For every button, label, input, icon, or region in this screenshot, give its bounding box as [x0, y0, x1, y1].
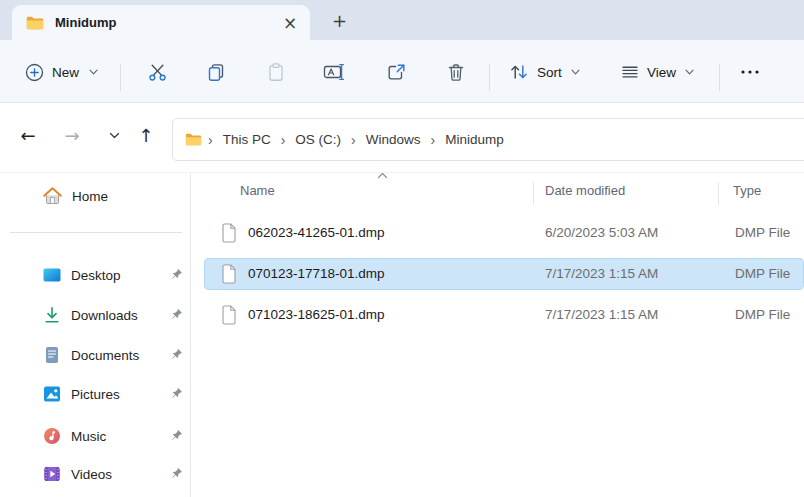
pin-icon — [170, 429, 183, 442]
videos-icon — [42, 464, 62, 484]
copy-icon — [206, 62, 226, 83]
file-date-modified: 7/17/2023 1:15 AM — [545, 307, 658, 322]
command-bar: New — [0, 40, 804, 103]
pin-icon — [170, 308, 183, 321]
sort-ascending-caret-icon — [377, 172, 388, 179]
file-icon — [221, 264, 237, 284]
breadcrumb[interactable]: › This PC › OS (C:) › Windows › Minidump — [172, 118, 804, 161]
ellipsis-icon — [741, 70, 759, 74]
content-divider — [0, 172, 804, 173]
downloads-icon — [42, 305, 62, 325]
address-bar: ← → ↑ › This PC › OS (C:) › Windows › Mi… — [0, 103, 804, 169]
sidebar-item-videos[interactable]: Videos — [4, 457, 186, 491]
column-header-type[interactable]: Type — [733, 183, 761, 198]
breadcrumb-separator[interactable]: › — [427, 132, 440, 148]
chevron-down-icon — [89, 69, 98, 75]
sort-button-label: Sort — [537, 65, 562, 80]
file-name: 070123-17718-01.dmp — [248, 266, 385, 281]
toolbar-divider — [489, 64, 490, 91]
sidebar-item-label: Home — [72, 189, 108, 204]
breadcrumb-item-this-pc[interactable]: This PC — [217, 129, 277, 150]
file-icon — [221, 223, 237, 243]
folder-icon — [185, 133, 202, 146]
toolbar-divider — [719, 64, 720, 91]
trash-icon — [446, 62, 466, 83]
more-options-button[interactable] — [732, 54, 768, 90]
up-button[interactable]: ↑ — [130, 119, 162, 151]
file-type: DMP File — [735, 266, 790, 281]
sidebar-separator[interactable] — [190, 173, 191, 497]
sidebar-item-documents[interactable]: Documents — [4, 338, 186, 372]
file-name: 062023-41265-01.dmp — [248, 225, 385, 240]
column-header-name[interactable]: Name — [240, 183, 275, 198]
cut-button[interactable] — [139, 54, 175, 90]
pin-icon — [170, 387, 183, 400]
file-date-modified: 7/17/2023 1:15 AM — [545, 266, 658, 281]
file-row-selected[interactable]: 070123-17718-01.dmp 7/17/2023 1:15 AM DM… — [204, 258, 804, 290]
tab-minidump[interactable]: Minidump × — [12, 5, 310, 40]
folder-icon — [26, 16, 44, 30]
share-icon — [386, 62, 407, 82]
sidebar-item-label: Pictures — [71, 387, 120, 402]
chevron-down-icon — [571, 69, 580, 75]
file-row[interactable]: 071023-18625-01.dmp 7/17/2023 1:15 AM DM… — [204, 299, 804, 331]
close-icon[interactable]: × — [278, 11, 302, 35]
pictures-icon — [42, 384, 62, 404]
sort-button[interactable]: Sort — [501, 54, 587, 90]
toolbar-divider — [120, 64, 121, 91]
breadcrumb-separator[interactable]: › — [347, 132, 360, 148]
sidebar-item-downloads[interactable]: Downloads — [4, 298, 186, 332]
file-type: DMP File — [735, 225, 790, 240]
sidebar-item-label: Desktop — [71, 268, 121, 283]
view-lines-icon — [620, 62, 640, 82]
rename-button[interactable] — [316, 54, 352, 90]
chevron-down-icon — [109, 132, 120, 139]
paste-button[interactable] — [258, 54, 294, 90]
new-tab-button[interactable]: + — [326, 7, 353, 34]
file-date-modified: 6/20/2023 5:03 AM — [545, 225, 658, 240]
view-button[interactable]: View — [613, 54, 701, 90]
sidebar-item-home[interactable]: Home — [4, 179, 186, 213]
breadcrumb-item-windows[interactable]: Windows — [360, 129, 427, 150]
sidebar-item-desktop[interactable]: Desktop — [4, 258, 186, 292]
sidebar-item-music[interactable]: Music — [4, 419, 186, 453]
recent-locations-button[interactable] — [98, 119, 130, 151]
file-type: DMP File — [735, 307, 790, 322]
sidebar-item-label: Music — [71, 429, 106, 444]
pin-icon — [170, 348, 183, 361]
sidebar-divider — [10, 232, 182, 233]
home-icon — [42, 186, 63, 206]
sidebar-item-pictures[interactable]: Pictures — [4, 377, 186, 411]
desktop-icon — [42, 265, 62, 285]
rename-icon — [323, 62, 346, 82]
pin-icon — [170, 268, 183, 281]
view-button-label: View — [647, 65, 676, 80]
breadcrumb-item-minidump[interactable]: Minidump — [439, 129, 510, 150]
forward-button[interactable]: → — [56, 119, 88, 151]
documents-icon — [42, 345, 62, 365]
pin-icon — [170, 467, 183, 480]
column-separator[interactable] — [533, 182, 534, 205]
breadcrumb-separator[interactable]: › — [277, 132, 290, 148]
breadcrumb-separator[interactable]: › — [204, 132, 217, 148]
file-icon — [221, 305, 237, 325]
tab-title: Minidump — [55, 15, 116, 30]
breadcrumb-item-os-c[interactable]: OS (C:) — [289, 129, 347, 150]
chevron-down-icon — [685, 69, 694, 75]
delete-button[interactable] — [438, 54, 474, 90]
sidebar-item-label: Videos — [71, 467, 112, 482]
sidebar-item-label: Documents — [71, 348, 139, 363]
new-button-label: New — [52, 65, 79, 80]
file-row[interactable]: 062023-41265-01.dmp 6/20/2023 5:03 AM DM… — [204, 217, 804, 249]
column-separator[interactable] — [718, 182, 719, 205]
new-button[interactable]: New — [16, 54, 107, 90]
tab-bar: Minidump × + — [0, 0, 804, 40]
scissors-icon — [147, 62, 168, 83]
copy-button[interactable] — [198, 54, 234, 90]
sidebar-item-label: Downloads — [71, 308, 138, 323]
share-button[interactable] — [378, 54, 414, 90]
sort-arrows-icon — [508, 62, 530, 82]
plus-circle-icon — [25, 63, 44, 82]
column-header-date-modified[interactable]: Date modified — [545, 183, 625, 198]
back-button[interactable]: ← — [12, 119, 44, 151]
